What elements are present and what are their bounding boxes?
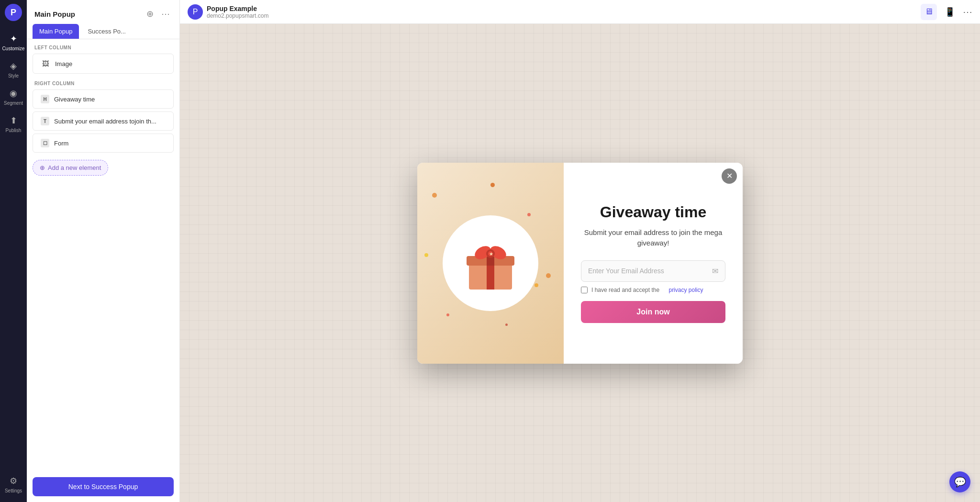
- add-element-plus-icon: ⊕: [40, 164, 45, 171]
- app-url: demo2.popupsmart.com: [207, 12, 268, 19]
- sidebar-item-customize[interactable]: ✦ Customize: [0, 29, 27, 56]
- app-icon: P: [188, 4, 203, 20]
- preview-area: ✕: [180, 24, 980, 502]
- settings-icon: ⚙: [10, 476, 17, 486]
- panel-tabs: Main Popup Success Po...: [27, 24, 179, 39]
- privacy-policy-link[interactable]: privacy policy: [668, 287, 703, 293]
- popup-subtitle: Submit your email address to join the me…: [581, 227, 725, 249]
- privacy-checkbox-row: I have read and accept the privacy polic…: [581, 287, 725, 293]
- add-element-button[interactable]: ⊕ Add a new element: [33, 160, 108, 176]
- element-row-submit[interactable]: T Submit your email address tojoin th...: [33, 112, 174, 131]
- sidebar-label-settings: Settings: [5, 488, 22, 493]
- topbar-more-button[interactable]: ⋯: [963, 4, 972, 20]
- next-to-success-button[interactable]: Next to Success Popup: [33, 477, 174, 496]
- panel-add-button[interactable]: ⊕: [145, 8, 156, 20]
- app-logo: P: [5, 4, 22, 21]
- desktop-view-button[interactable]: 🖥: [921, 4, 937, 20]
- element-row-image[interactable]: 🖼 Image: [33, 54, 174, 74]
- topbar-left: P Popup Example demo2.popupsmart.com: [188, 4, 268, 20]
- panel-header: Main Popup ⊕ ⋯: [27, 0, 179, 24]
- right-column-label: RIGHT COLUMN: [27, 75, 179, 88]
- email-field[interactable]: [588, 267, 708, 275]
- panel-header-actions: ⊕ ⋯: [145, 8, 172, 20]
- text-type-badge: T: [41, 117, 49, 125]
- privacy-checkbox[interactable]: [581, 287, 588, 293]
- svg-text:★: ★: [489, 251, 493, 257]
- heading-type-badge: H: [41, 95, 49, 103]
- topbar: P Popup Example demo2.popupsmart.com 🖥 📱…: [180, 0, 980, 24]
- popup-left-column: ★: [417, 163, 564, 364]
- segment-icon: ◉: [10, 88, 17, 99]
- mobile-view-button[interactable]: 📱: [941, 4, 959, 20]
- sidebar-item-style[interactable]: ◈ Style: [0, 56, 27, 83]
- join-now-button[interactable]: Join now: [581, 301, 725, 323]
- element-label-giveaway: Giveaway time: [54, 96, 95, 103]
- sidebar-label-publish: Publish: [6, 128, 22, 133]
- sidebar-label-segment: Segment: [4, 100, 23, 106]
- element-label-form: Form: [54, 140, 68, 147]
- sidebar-item-publish[interactable]: ⬆ Publish: [0, 111, 27, 138]
- form-type-badge: ☐: [41, 139, 49, 147]
- element-row-giveaway[interactable]: H Giveaway time: [33, 89, 174, 109]
- sidebar: P ✦ Customize ◈ Style ◉ Segment ⬆ Publis…: [0, 0, 27, 502]
- tab-success-popup[interactable]: Success Po...: [81, 24, 132, 39]
- panel-more-button[interactable]: ⋯: [159, 8, 172, 20]
- sidebar-label-style: Style: [8, 73, 19, 78]
- gift-image: ★: [443, 215, 538, 311]
- email-icon: ✉: [712, 267, 718, 276]
- left-column-label: LEFT COLUMN: [27, 39, 179, 52]
- email-input-wrapper[interactable]: ✉: [581, 260, 725, 282]
- panel: Main Popup ⊕ ⋯ Main Popup Success Po... …: [27, 0, 180, 502]
- sidebar-item-segment[interactable]: ◉ Segment: [0, 83, 27, 111]
- main-content: P Popup Example demo2.popupsmart.com 🖥 📱…: [180, 0, 980, 502]
- app-name: Popup Example: [207, 5, 268, 12]
- popup-modal: ✕: [417, 163, 743, 364]
- style-icon: ◈: [10, 61, 17, 71]
- element-label-submit: Submit your email address tojoin th...: [54, 118, 156, 125]
- tab-main-popup[interactable]: Main Popup: [33, 24, 79, 39]
- topbar-device-switcher: 🖥 📱 ⋯: [921, 4, 972, 20]
- topbar-logo: P Popup Example demo2.popupsmart.com: [188, 4, 268, 20]
- customize-icon: ✦: [10, 33, 17, 44]
- popup-right-column: Giveaway time Submit your email address …: [564, 163, 743, 364]
- element-row-form[interactable]: ☐ Form: [33, 134, 174, 153]
- sidebar-label-customize: Customize: [2, 46, 24, 51]
- element-label-image: Image: [55, 60, 72, 67]
- publish-icon: ⬆: [10, 115, 17, 126]
- sidebar-item-settings[interactable]: ⚙ Settings: [0, 471, 27, 498]
- add-element-label: Add a new element: [48, 164, 101, 171]
- privacy-label: I have read and accept the: [591, 287, 659, 293]
- popup-close-button[interactable]: ✕: [722, 168, 737, 184]
- chat-widget-button[interactable]: 💬: [949, 471, 970, 492]
- popup-title: Giveaway time: [581, 203, 725, 221]
- image-element-icon: 🖼: [41, 59, 50, 68]
- panel-title: Main Popup: [34, 10, 75, 18]
